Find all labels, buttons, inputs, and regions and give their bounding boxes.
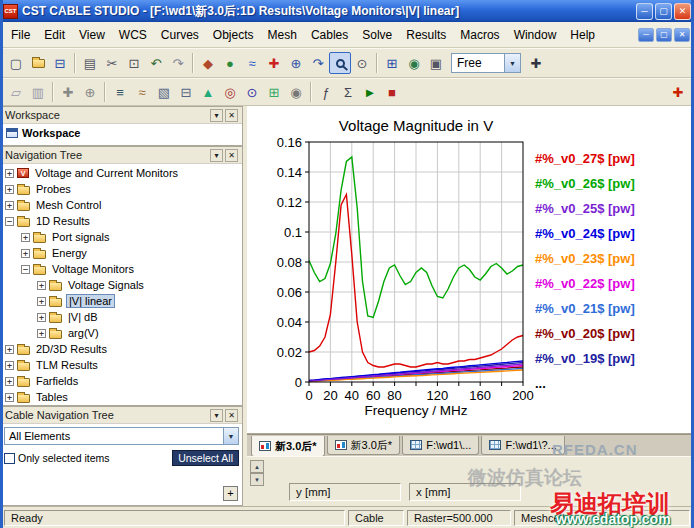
menu-edit[interactable]: Edit bbox=[37, 25, 72, 45]
tree-item-voltage-signals[interactable]: +Voltage Signals bbox=[1, 277, 242, 293]
panel-menu-icon[interactable]: ▾ bbox=[210, 409, 223, 422]
smith-chart-icon[interactable]: ◎ bbox=[219, 81, 241, 103]
plot-1d-icon[interactable]: ▲ bbox=[197, 81, 219, 103]
undo-icon[interactable]: ↶ bbox=[145, 52, 167, 74]
only-selected-checkbox[interactable] bbox=[4, 453, 15, 464]
schematic-icon[interactable]: ⊟ bbox=[175, 81, 197, 103]
rotate-icon[interactable]: ↷ bbox=[307, 52, 329, 74]
unselect-all-button[interactable]: Unselect All bbox=[172, 450, 239, 466]
bounding-box-icon[interactable]: ▣ bbox=[425, 52, 447, 74]
axes-icon[interactable]: ✚ bbox=[525, 52, 547, 74]
mdi-minimize-button[interactable]: ─ bbox=[638, 28, 654, 42]
cable-route-icon[interactable]: ≈ bbox=[131, 81, 153, 103]
panel-close-icon[interactable]: ✕ bbox=[225, 149, 238, 162]
expand-icon[interactable]: + bbox=[5, 377, 14, 386]
spin-down-icon[interactable]: ▼ bbox=[250, 473, 264, 486]
wcs-icon[interactable]: ✚ bbox=[57, 81, 79, 103]
tree-item-arg-v[interactable]: +arg(V) bbox=[1, 325, 242, 341]
expand-icon[interactable]: + bbox=[37, 281, 46, 290]
open-icon[interactable] bbox=[27, 52, 49, 74]
tree-item-tables[interactable]: +Tables bbox=[1, 389, 242, 405]
zoom-icon[interactable] bbox=[329, 52, 351, 74]
globe-icon[interactable]: ◉ bbox=[403, 52, 425, 74]
minimize-button[interactable]: ─ bbox=[636, 3, 653, 20]
tree-item-voltage-monitors[interactable]: −Voltage Monitors bbox=[1, 261, 242, 277]
menu-solve[interactable]: Solve bbox=[355, 25, 399, 45]
terminal-icon[interactable]: ▧ bbox=[153, 81, 175, 103]
wireframe-icon[interactable]: ▥ bbox=[27, 81, 49, 103]
farfield-icon[interactable]: ◉ bbox=[285, 81, 307, 103]
panel-menu-icon[interactable]: ▾ bbox=[210, 149, 223, 162]
template-icon[interactable]: Σ bbox=[337, 81, 359, 103]
collapse-icon[interactable]: − bbox=[21, 265, 30, 274]
polar-plot-icon[interactable]: ⊙ bbox=[241, 81, 263, 103]
doc-tab-0[interactable]: 新3.0后* bbox=[251, 436, 325, 457]
start-solver-icon[interactable]: ► bbox=[359, 81, 381, 103]
tree-item-port-signals[interactable]: +Port signals bbox=[1, 229, 242, 245]
menu-file[interactable]: File bbox=[4, 25, 37, 45]
cable-bundle-icon[interactable]: ≡ bbox=[109, 81, 131, 103]
macro-icon[interactable]: ƒ bbox=[315, 81, 337, 103]
doc-tab-1[interactable]: 新3.0后* bbox=[327, 436, 401, 455]
doc-tab-2[interactable]: F:\wd1\... bbox=[402, 436, 479, 455]
abort-icon[interactable]: ■ bbox=[381, 81, 403, 103]
tree-item-mesh-control[interactable]: +Mesh Control bbox=[1, 197, 242, 213]
menu-wcs[interactable]: WCS bbox=[112, 25, 154, 45]
expand-icon[interactable]: + bbox=[37, 313, 46, 322]
tree-item-probes[interactable]: +Probes bbox=[1, 181, 242, 197]
zoom-fit-icon[interactable]: ⊙ bbox=[351, 52, 373, 74]
spin-control[interactable]: ▲ ▼ bbox=[250, 460, 264, 486]
expand-icon[interactable]: + bbox=[5, 185, 14, 194]
copy-icon[interactable]: ⊡ bbox=[123, 52, 145, 74]
menu-view[interactable]: View bbox=[72, 25, 112, 45]
spin-up-icon[interactable]: ▲ bbox=[250, 460, 264, 473]
tree-item-1d-results[interactable]: −1D Results bbox=[1, 213, 242, 229]
save-icon[interactable]: ⊟ bbox=[49, 52, 71, 74]
x-coordinate-field[interactable]: x [mm] bbox=[409, 483, 521, 501]
mdi-restore-button[interactable]: ▢ bbox=[656, 28, 672, 42]
expand-icon[interactable]: + bbox=[5, 201, 14, 210]
mdi-close-button[interactable]: ✕ bbox=[674, 28, 690, 42]
close-button[interactable]: ✕ bbox=[674, 3, 691, 20]
expand-icon[interactable]: + bbox=[5, 393, 14, 402]
menu-curves[interactable]: Curves bbox=[154, 25, 206, 45]
select-icon[interactable]: ▱ bbox=[5, 81, 27, 103]
expand-icon[interactable]: + bbox=[5, 169, 14, 178]
connect-icon[interactable]: ✚ bbox=[667, 81, 689, 103]
menu-cables[interactable]: Cables bbox=[304, 25, 355, 45]
tree-item-farfields[interactable]: +Farfields bbox=[1, 373, 242, 389]
shapes-icon[interactable]: ◆ bbox=[197, 52, 219, 74]
expand-icon[interactable]: + bbox=[37, 329, 46, 338]
panel-close-icon[interactable]: ✕ bbox=[225, 409, 238, 422]
solver-mode-dropdown[interactable]: Free▼ bbox=[451, 53, 521, 73]
workspace-item[interactable]: Workspace bbox=[1, 124, 242, 142]
tree-item-v-linear[interactable]: +|V| linear bbox=[1, 293, 242, 309]
tree-item-tlm-results[interactable]: +TLM Results bbox=[1, 357, 242, 373]
mesh-view-icon[interactable]: ⊞ bbox=[381, 52, 403, 74]
expand-icon[interactable]: + bbox=[21, 233, 30, 242]
menu-macros[interactable]: Macros bbox=[453, 25, 506, 45]
expand-all-button[interactable]: + bbox=[223, 486, 238, 501]
collapse-icon[interactable]: − bbox=[5, 217, 14, 226]
expand-icon[interactable]: + bbox=[37, 297, 46, 306]
redo-icon[interactable]: ↷ bbox=[167, 52, 189, 74]
expand-icon[interactable]: + bbox=[21, 249, 30, 258]
new-file-icon[interactable]: ▢ bbox=[5, 52, 27, 74]
tree-item-2d-3d-results[interactable]: +2D/3D Results bbox=[1, 341, 242, 357]
dropdown-arrow-icon[interactable]: ▼ bbox=[223, 428, 238, 444]
curve-icon[interactable]: ≈ bbox=[241, 52, 263, 74]
pick-point-icon[interactable]: ✚ bbox=[263, 52, 285, 74]
panel-menu-icon[interactable]: ▾ bbox=[210, 109, 223, 122]
y-coordinate-field[interactable]: y [mm] bbox=[289, 483, 401, 501]
print-icon[interactable]: ▤ bbox=[79, 52, 101, 74]
tree-item-v-db[interactable]: +|V| dB bbox=[1, 309, 242, 325]
doc-tab-3[interactable]: F:\wd1\?... bbox=[481, 436, 564, 455]
dropdown-arrow-icon[interactable]: ▼ bbox=[504, 54, 520, 72]
tree-item-energy[interactable]: +Energy bbox=[1, 245, 242, 261]
move-icon[interactable]: ⊕ bbox=[285, 52, 307, 74]
local-axes-icon[interactable]: ⊕ bbox=[79, 81, 101, 103]
result-table-icon[interactable]: ⊞ bbox=[263, 81, 285, 103]
expand-icon[interactable]: + bbox=[5, 345, 14, 354]
menu-mesh[interactable]: Mesh bbox=[261, 25, 304, 45]
material-icon[interactable]: ● bbox=[219, 52, 241, 74]
